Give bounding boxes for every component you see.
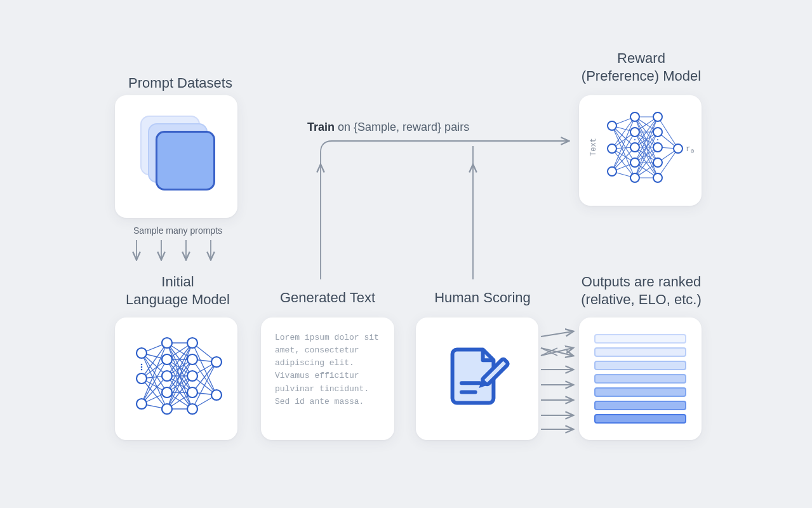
generated-text-label: Generated Text (261, 289, 394, 307)
svg-point-54 (162, 354, 172, 364)
human-scoring-card (416, 318, 538, 440)
svg-point-123 (630, 158, 639, 167)
initial-lm-line2: Language Model (126, 291, 230, 307)
svg-point-63 (211, 357, 222, 367)
svg-point-131 (634, 139, 636, 140)
dataset-square-front (156, 131, 215, 190)
svg-point-127 (653, 143, 662, 152)
svg-point-59 (187, 354, 197, 364)
rank-bar (594, 374, 686, 384)
svg-point-66 (141, 366, 143, 368)
rank-bar (594, 361, 686, 370)
svg-point-132 (657, 139, 658, 140)
initial-lm-line1: Initial (161, 274, 194, 290)
rank-bar (594, 387, 686, 397)
svg-point-62 (187, 404, 197, 414)
svg-point-55 (162, 371, 172, 381)
svg-point-52 (136, 399, 147, 409)
generated-text-sample: Lorem ipsum dolor sit amet, consectetur … (275, 331, 380, 426)
rank-bar (594, 414, 686, 424)
svg-point-58 (187, 338, 197, 348)
svg-point-125 (653, 112, 662, 121)
prompt-datasets-card (115, 95, 237, 218)
svg-point-118 (608, 144, 616, 153)
rank-bars (594, 333, 686, 425)
svg-line-141 (541, 331, 573, 337)
svg-point-129 (653, 173, 662, 182)
svg-point-124 (630, 173, 639, 182)
svg-point-130 (674, 144, 682, 153)
svg-point-60 (187, 371, 197, 381)
svg-line-143 (541, 348, 573, 356)
reward-model-label: Reward (Preference) Model (571, 50, 711, 84)
train-rest: on {Sample, reward} pairs (335, 121, 469, 133)
svg-point-53 (162, 338, 172, 348)
sample-prompts-label: Sample many prompts (117, 225, 238, 236)
reward-output-r: r (686, 144, 691, 154)
svg-point-65 (141, 364, 143, 366)
rank-bar (594, 334, 686, 344)
svg-point-121 (630, 128, 639, 137)
prompt-datasets-label: Prompt Datasets (110, 74, 250, 92)
dataset-stack-icon (140, 116, 216, 192)
rank-bar (594, 347, 686, 357)
train-bold: Train (307, 121, 335, 133)
rank-bar (594, 401, 686, 410)
ranked-line2: (relative, ELO, etc.) (581, 291, 702, 307)
reward-line2: (Preference) Model (582, 68, 701, 84)
svg-point-57 (162, 404, 172, 414)
svg-point-50 (136, 348, 147, 358)
reward-line1: Reward (617, 50, 665, 66)
reward-input-label: Text (589, 138, 598, 156)
svg-point-122 (630, 143, 639, 152)
svg-point-51 (136, 373, 147, 384)
initial-lm-label: Initial Language Model (102, 273, 254, 308)
generated-text-card: Lorem ipsum dolor sit amet, consectetur … (261, 318, 394, 440)
train-caption: Train on {Sample, reward} pairs (307, 121, 469, 134)
svg-point-126 (653, 128, 662, 137)
svg-point-119 (608, 167, 616, 176)
svg-line-142 (541, 348, 573, 356)
ranked-line1: Outputs are ranked (582, 274, 701, 290)
svg-point-64 (211, 390, 222, 400)
initial-lm-nn-icon (115, 318, 237, 440)
svg-point-61 (187, 387, 197, 398)
reward-model-card: Text r 0 (579, 95, 702, 206)
ranked-outputs-card (579, 318, 702, 440)
svg-point-128 (653, 158, 662, 167)
svg-point-67 (141, 369, 143, 371)
initial-lm-card (115, 318, 237, 440)
edit-document-icon (439, 340, 515, 417)
svg-point-120 (630, 112, 639, 121)
ranked-outputs-label: Outputs are ranked (relative, ELO, etc.) (565, 273, 717, 308)
reward-output-sub: 0 (691, 149, 694, 155)
svg-point-117 (608, 121, 616, 130)
reward-model-nn-icon: Text r 0 (579, 95, 702, 206)
human-scoring-label: Human Scoring (416, 289, 549, 307)
svg-point-56 (162, 387, 172, 398)
